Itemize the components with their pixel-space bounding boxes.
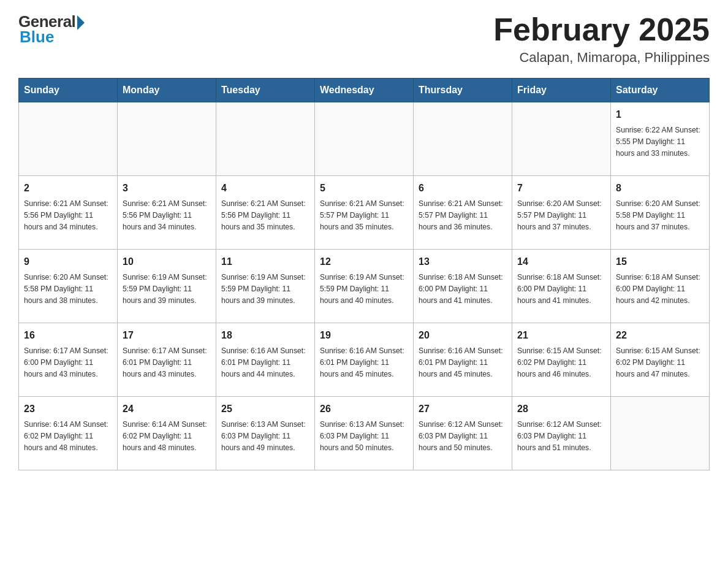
day-info: Sunrise: 6:21 AM Sunset: 5:56 PM Dayligh… [24,198,112,233]
day-info: Sunrise: 6:20 AM Sunset: 5:58 PM Dayligh… [616,198,704,233]
calendar-week-row: 2Sunrise: 6:21 AM Sunset: 5:56 PM Daylig… [19,176,710,250]
calendar-cell: 8Sunrise: 6:20 AM Sunset: 5:58 PM Daylig… [611,176,710,250]
calendar-cell: 2Sunrise: 6:21 AM Sunset: 5:56 PM Daylig… [19,176,118,250]
day-number: 12 [320,255,408,269]
title-section: February 2025 Calapan, Mimaropa, Philipp… [493,12,710,66]
calendar-cell: 11Sunrise: 6:19 AM Sunset: 5:59 PM Dayli… [216,250,315,323]
day-info: Sunrise: 6:17 AM Sunset: 6:01 PM Dayligh… [123,345,211,380]
day-info: Sunrise: 6:21 AM Sunset: 5:57 PM Dayligh… [320,198,408,233]
calendar-cell: 26Sunrise: 6:13 AM Sunset: 6:03 PM Dayli… [315,397,414,470]
calendar-subtitle: Calapan, Mimaropa, Philippines [493,50,710,66]
day-number: 28 [517,402,605,416]
calendar-cell [512,102,611,176]
calendar-cell: 22Sunrise: 6:15 AM Sunset: 6:02 PM Dayli… [611,323,710,397]
weekday-header-row: SundayMondayTuesdayWednesdayThursdayFrid… [19,79,710,102]
calendar-cell: 27Sunrise: 6:12 AM Sunset: 6:03 PM Dayli… [414,397,512,470]
day-info: Sunrise: 6:16 AM Sunset: 6:01 PM Dayligh… [419,345,507,380]
day-info: Sunrise: 6:18 AM Sunset: 6:00 PM Dayligh… [419,272,507,307]
day-info: Sunrise: 6:13 AM Sunset: 6:03 PM Dayligh… [221,419,309,454]
day-number: 20 [419,328,507,343]
day-info: Sunrise: 6:21 AM Sunset: 5:56 PM Dayligh… [221,198,309,233]
day-number: 18 [221,328,309,343]
calendar-cell: 24Sunrise: 6:14 AM Sunset: 6:02 PM Dayli… [118,397,216,470]
day-number: 16 [24,328,112,343]
calendar-cell [216,102,315,176]
weekday-header-sunday: Sunday [19,79,118,102]
day-number: 4 [221,181,309,196]
day-number: 8 [616,181,704,196]
calendar-cell: 20Sunrise: 6:16 AM Sunset: 6:01 PM Dayli… [414,323,512,397]
calendar-cell: 21Sunrise: 6:15 AM Sunset: 6:02 PM Dayli… [512,323,611,397]
calendar-cell: 23Sunrise: 6:14 AM Sunset: 6:02 PM Dayli… [19,397,118,470]
day-info: Sunrise: 6:22 AM Sunset: 5:55 PM Dayligh… [616,124,704,159]
calendar-week-row: 1Sunrise: 6:22 AM Sunset: 5:55 PM Daylig… [19,102,710,176]
calendar-cell: 1Sunrise: 6:22 AM Sunset: 5:55 PM Daylig… [611,102,710,176]
day-number: 23 [24,402,112,416]
day-info: Sunrise: 6:12 AM Sunset: 6:03 PM Dayligh… [517,419,605,454]
calendar-cell: 14Sunrise: 6:18 AM Sunset: 6:00 PM Dayli… [512,250,611,323]
day-number: 19 [320,328,408,343]
day-number: 24 [123,402,211,416]
calendar-cell: 3Sunrise: 6:21 AM Sunset: 5:56 PM Daylig… [118,176,216,250]
day-info: Sunrise: 6:15 AM Sunset: 6:02 PM Dayligh… [616,345,704,380]
day-number: 1 [616,107,704,122]
weekday-header-thursday: Thursday [414,79,512,102]
day-info: Sunrise: 6:15 AM Sunset: 6:02 PM Dayligh… [517,345,605,380]
day-info: Sunrise: 6:14 AM Sunset: 6:02 PM Dayligh… [123,419,211,454]
day-number: 17 [123,328,211,343]
day-number: 11 [221,255,309,269]
day-info: Sunrise: 6:19 AM Sunset: 5:59 PM Dayligh… [123,272,211,307]
calendar-header: SundayMondayTuesdayWednesdayThursdayFrid… [19,79,710,102]
calendar-cell [315,102,414,176]
day-number: 7 [517,181,605,196]
calendar-week-row: 9Sunrise: 6:20 AM Sunset: 5:58 PM Daylig… [19,250,710,323]
logo-blue-text: Blue [20,28,54,47]
calendar-cell: 17Sunrise: 6:17 AM Sunset: 6:01 PM Dayli… [118,323,216,397]
calendar-cell: 9Sunrise: 6:20 AM Sunset: 5:58 PM Daylig… [19,250,118,323]
calendar-body: 1Sunrise: 6:22 AM Sunset: 5:55 PM Daylig… [19,102,710,470]
calendar-cell: 6Sunrise: 6:21 AM Sunset: 5:57 PM Daylig… [414,176,512,250]
day-number: 6 [419,181,507,196]
calendar-cell: 15Sunrise: 6:18 AM Sunset: 6:00 PM Dayli… [611,250,710,323]
calendar-cell: 28Sunrise: 6:12 AM Sunset: 6:03 PM Dayli… [512,397,611,470]
day-info: Sunrise: 6:12 AM Sunset: 6:03 PM Dayligh… [419,419,507,454]
calendar-week-row: 16Sunrise: 6:17 AM Sunset: 6:00 PM Dayli… [19,323,710,397]
day-number: 27 [419,402,507,416]
calendar-cell [118,102,216,176]
day-info: Sunrise: 6:16 AM Sunset: 6:01 PM Dayligh… [221,345,309,380]
day-number: 5 [320,181,408,196]
page-header: General Blue February 2025 Calapan, Mima… [18,12,710,66]
calendar-cell: 13Sunrise: 6:18 AM Sunset: 6:00 PM Dayli… [414,250,512,323]
day-info: Sunrise: 6:13 AM Sunset: 6:03 PM Dayligh… [320,419,408,454]
weekday-header-friday: Friday [512,79,611,102]
day-info: Sunrise: 6:16 AM Sunset: 6:01 PM Dayligh… [320,345,408,380]
calendar-cell [611,397,710,470]
day-number: 2 [24,181,112,196]
day-info: Sunrise: 6:18 AM Sunset: 6:00 PM Dayligh… [616,272,704,307]
day-number: 22 [616,328,704,343]
day-info: Sunrise: 6:21 AM Sunset: 5:56 PM Dayligh… [123,198,211,233]
calendar-cell: 18Sunrise: 6:16 AM Sunset: 6:01 PM Dayli… [216,323,315,397]
day-info: Sunrise: 6:19 AM Sunset: 5:59 PM Dayligh… [320,272,408,307]
day-number: 26 [320,402,408,416]
calendar-week-row: 23Sunrise: 6:14 AM Sunset: 6:02 PM Dayli… [19,397,710,470]
calendar-cell: 10Sunrise: 6:19 AM Sunset: 5:59 PM Dayli… [118,250,216,323]
calendar-table: SundayMondayTuesdayWednesdayThursdayFrid… [18,78,710,470]
calendar-title: February 2025 [493,12,710,47]
day-info: Sunrise: 6:19 AM Sunset: 5:59 PM Dayligh… [221,272,309,307]
day-info: Sunrise: 6:14 AM Sunset: 6:02 PM Dayligh… [24,419,112,454]
day-number: 13 [419,255,507,269]
day-number: 21 [517,328,605,343]
day-number: 10 [123,255,211,269]
day-number: 25 [221,402,309,416]
day-info: Sunrise: 6:20 AM Sunset: 5:58 PM Dayligh… [24,272,112,307]
weekday-header-saturday: Saturday [611,79,710,102]
day-number: 9 [24,255,112,269]
calendar-cell: 12Sunrise: 6:19 AM Sunset: 5:59 PM Dayli… [315,250,414,323]
calendar-cell: 25Sunrise: 6:13 AM Sunset: 6:03 PM Dayli… [216,397,315,470]
calendar-cell: 4Sunrise: 6:21 AM Sunset: 5:56 PM Daylig… [216,176,315,250]
logo: General Blue [18,12,85,47]
weekday-header-tuesday: Tuesday [216,79,315,102]
day-info: Sunrise: 6:21 AM Sunset: 5:57 PM Dayligh… [419,198,507,233]
day-number: 15 [616,255,704,269]
